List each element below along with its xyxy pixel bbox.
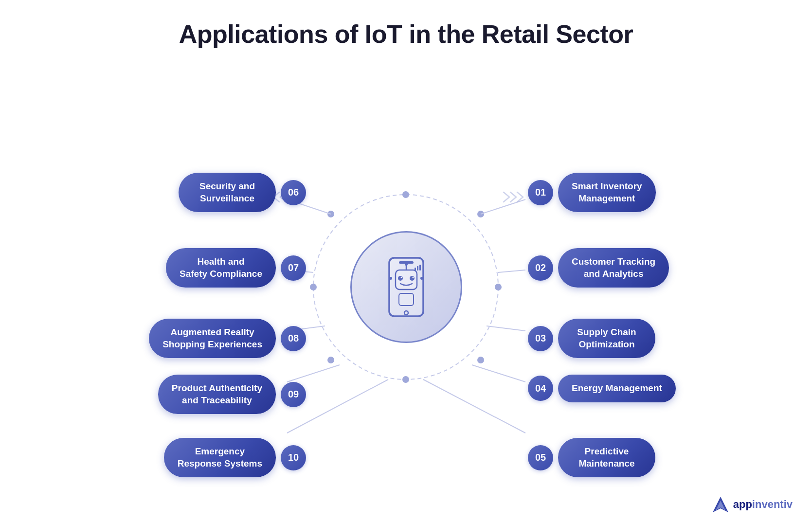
num-badge-05: 05 [528,445,553,470]
svg-rect-33 [419,265,421,271]
svg-point-23 [398,276,403,281]
num-badge-10: 10 [281,445,306,470]
pill-label-03: Supply ChainOptimization [558,319,655,358]
item-07: 07 Health andSafety Compliance [166,248,306,288]
diagram-container: 01 Smart InventoryManagement 02 Customer… [0,68,812,506]
svg-point-29 [389,277,392,280]
pill-label-06: Security andSurveillance [179,173,276,212]
pill-label-09: Product Authenticityand Traceability [158,375,276,414]
item-02: 02 Customer Trackingand Analytics [528,248,669,288]
item-06: 06 Security andSurveillance [179,173,306,212]
item-04: 04 Energy Management [528,375,676,402]
num-badge-07: 07 [281,255,306,281]
num-badge-03: 03 [528,326,553,351]
svg-point-6 [327,357,334,363]
svg-point-30 [420,277,423,280]
num-badge-06: 06 [281,180,306,205]
svg-line-11 [487,326,525,331]
item-09: 09 Product Authenticityand Traceability [158,375,306,414]
svg-line-12 [472,365,525,382]
svg-point-1 [495,284,502,290]
svg-point-3 [477,357,484,363]
num-badge-01: 01 [528,180,553,205]
svg-line-13 [423,379,525,433]
svg-point-8 [402,376,409,383]
svg-rect-32 [417,266,418,271]
pill-label-10: EmergencyResponse Systems [164,438,276,477]
svg-point-7 [402,191,409,198]
pill-label-05: PredictiveMaintenance [558,438,655,477]
svg-point-26 [412,277,414,278]
num-badge-04: 04 [528,376,553,401]
pill-label-01: Smart InventoryManagement [558,173,656,212]
item-03: 03 Supply ChainOptimization [528,319,655,358]
svg-point-4 [310,284,317,290]
svg-point-24 [410,276,415,281]
pill-label-08: Augmented RealityShopping Experiences [149,319,276,358]
svg-point-28 [405,263,408,266]
num-badge-09: 09 [281,382,306,407]
num-badge-08: 08 [281,326,306,351]
svg-point-25 [400,277,402,278]
svg-rect-31 [415,268,416,271]
item-01: 01 Smart InventoryManagement [528,173,656,212]
item-08: 08 Augmented RealityShopping Experiences [149,319,306,358]
pill-label-02: Customer Trackingand Analytics [558,248,669,288]
svg-rect-34 [399,293,414,306]
center-circle [350,231,462,343]
page-title: Applications of IoT in the Retail Sector [0,0,812,49]
num-badge-02: 02 [528,255,553,281]
pill-label-07: Health andSafety Compliance [166,248,276,288]
pill-label-04: Energy Management [558,375,676,402]
item-05: 05 PredictiveMaintenance [528,438,655,477]
svg-line-10 [498,270,525,272]
item-10: 10 EmergencyResponse Systems [164,438,306,477]
